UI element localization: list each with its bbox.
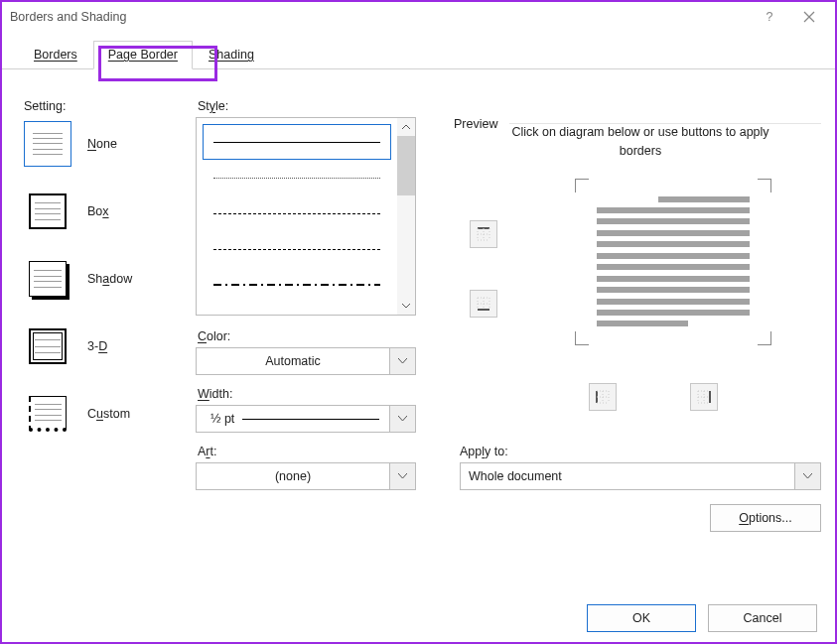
setting-shadow-icon xyxy=(29,261,67,297)
options-button[interactable]: Options... xyxy=(710,504,821,532)
tab-shading[interactable]: Shading xyxy=(195,42,268,68)
setting-custom-label: Custom xyxy=(87,407,130,421)
art-value: (none) xyxy=(197,469,389,483)
dialog-footer: OK Cancel xyxy=(2,604,835,632)
apply-to-label: Apply to: xyxy=(460,445,821,458)
setting-shadow-label: Shadow xyxy=(87,272,132,286)
chevron-down-icon xyxy=(794,463,820,489)
tab-borders[interactable]: Borders xyxy=(20,42,91,68)
setting-box-icon xyxy=(29,193,67,229)
setting-shadow[interactable]: Shadow xyxy=(24,256,188,302)
setting-none-label: None xyxy=(87,137,117,151)
apply-to-value: Whole document xyxy=(461,469,794,483)
borders-and-shading-dialog: Borders and Shading ? Borders Page Borde… xyxy=(0,0,837,644)
preview-page-icon xyxy=(597,196,750,327)
scroll-up-button[interactable] xyxy=(397,118,415,136)
setting-box[interactable]: Box xyxy=(24,189,188,234)
setting-none-icon xyxy=(29,126,67,162)
chevron-down-icon xyxy=(389,463,415,489)
titlebar: Borders and Shading ? xyxy=(2,2,835,32)
setting-custom-icon xyxy=(29,396,67,432)
window-title: Borders and Shading xyxy=(10,10,126,24)
style-item-thin-dotted[interactable] xyxy=(203,160,391,195)
art-dropdown[interactable]: (none) xyxy=(196,462,416,490)
style-listbox[interactable] xyxy=(196,117,416,316)
art-label: Art: xyxy=(198,445,436,458)
style-label: Style: xyxy=(198,99,436,113)
preview-hint: Click on diagram below or use buttons to… xyxy=(489,123,791,161)
tab-page-border[interactable]: Page Border xyxy=(93,41,193,69)
scroll-down-button[interactable] xyxy=(397,297,415,315)
border-right-button[interactable] xyxy=(690,383,718,411)
style-item-solid[interactable] xyxy=(203,124,391,160)
preview-label: Preview xyxy=(454,117,503,131)
width-dropdown[interactable]: ½ pt xyxy=(196,405,416,433)
setting-label: Setting: xyxy=(24,99,188,113)
help-button[interactable]: ? xyxy=(750,5,789,29)
border-bottom-button[interactable] xyxy=(470,290,497,318)
setting-box-label: Box xyxy=(87,204,109,218)
color-label: Color: xyxy=(198,329,436,343)
style-item-dashed-2[interactable] xyxy=(203,231,391,267)
tab-strip: Borders Page Border Shading xyxy=(2,38,835,69)
setting-3d-label: 3-D xyxy=(87,339,107,353)
color-dropdown[interactable]: Automatic xyxy=(196,347,416,375)
width-label: Width: xyxy=(198,387,436,401)
border-top-button[interactable] xyxy=(470,220,497,248)
chevron-down-icon xyxy=(389,406,415,432)
width-value: ½ pt xyxy=(197,412,242,426)
cancel-button[interactable]: Cancel xyxy=(708,604,817,632)
preview-column: Preview Click on diagram below or use bu… xyxy=(436,99,821,582)
color-value: Automatic xyxy=(197,354,389,368)
style-item-dashdot[interactable] xyxy=(203,267,391,303)
setting-3d-icon xyxy=(29,328,67,364)
setting-custom[interactable]: Custom xyxy=(24,391,188,437)
style-scrollbar[interactable] xyxy=(397,118,415,315)
close-button[interactable] xyxy=(789,5,829,29)
setting-3d[interactable]: 3-D xyxy=(24,323,188,369)
scroll-thumb[interactable] xyxy=(397,136,415,195)
preview-diagram[interactable] xyxy=(575,179,771,345)
style-column: Style: Color: Automatic xyxy=(188,99,436,582)
apply-to-dropdown[interactable]: Whole document xyxy=(460,462,821,490)
width-sample-line xyxy=(242,419,379,420)
style-item-dashed[interactable] xyxy=(203,195,391,231)
preview-diagram-area xyxy=(460,179,821,437)
chevron-down-icon xyxy=(389,348,415,374)
border-left-button[interactable] xyxy=(589,383,617,411)
setting-none[interactable]: None xyxy=(24,121,188,167)
ok-button[interactable]: OK xyxy=(587,604,696,632)
setting-column: Setting: None Box Shadow xyxy=(24,99,188,582)
